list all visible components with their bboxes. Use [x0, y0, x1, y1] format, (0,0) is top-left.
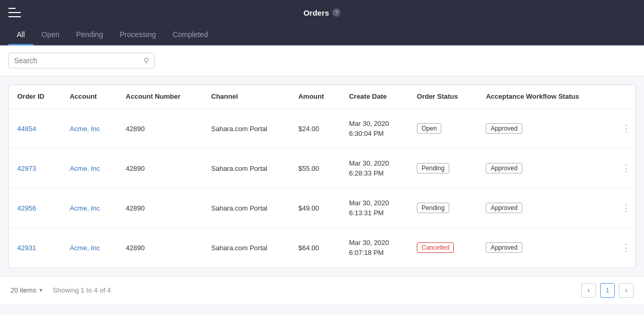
showing-label: Showing 1 to 4 of 4	[53, 286, 111, 294]
header: Orders ?	[0, 0, 644, 25]
current-page[interactable]: 1	[600, 283, 615, 298]
order-status-badge: Pending	[417, 203, 449, 213]
cell-order-id: 42956	[9, 188, 61, 228]
acceptance-status-badge: Approved	[486, 203, 522, 213]
table-footer: 20 items ▼ Showing 1 to 4 of 4 ‹ 1 ›	[0, 276, 644, 304]
col-acceptance-workflow-status: Acceptance Workflow Status	[477, 85, 608, 109]
order-id-link[interactable]: 42931	[17, 244, 36, 252]
search-input[interactable]	[14, 56, 144, 65]
account-link[interactable]: Acme, Inc	[69, 165, 100, 172]
row-more-menu[interactable]: ⋮	[609, 148, 635, 188]
col-amount: Amount	[290, 85, 341, 109]
orders-table: Order ID Account Account Number Channel …	[9, 85, 635, 267]
order-id-link[interactable]: 42973	[17, 165, 36, 172]
cell-create-date: Mar 30, 20206:30:04 PM	[341, 109, 408, 148]
row-more-menu[interactable]: ⋮	[609, 109, 635, 148]
tabs-bar: All Open Pending Processing Completed	[0, 25, 644, 45]
tab-open[interactable]: Open	[33, 25, 68, 45]
next-page-button[interactable]: ›	[619, 283, 634, 298]
help-icon[interactable]: ?	[332, 8, 341, 17]
items-per-page-selector[interactable]: 20 items ▼	[10, 286, 43, 294]
cell-amount: $49.00	[290, 188, 341, 228]
order-id-link[interactable]: 44854	[17, 125, 36, 133]
pagination: ‹ 1 ›	[581, 283, 634, 298]
items-per-page-chevron: ▼	[38, 287, 43, 293]
search-bar: ⚲	[0, 45, 644, 76]
cell-account: Acme, Inc	[61, 188, 117, 228]
row-more-menu[interactable]: ⋮	[609, 228, 635, 267]
page-title-text: Orders	[303, 8, 329, 17]
col-channel: Channel	[203, 85, 290, 109]
cell-acceptance-status: Approved	[477, 148, 608, 188]
orders-table-container: Order ID Account Account Number Channel …	[8, 85, 636, 268]
page-title: Orders ?	[303, 8, 341, 17]
cell-account-number: 42890	[118, 148, 203, 188]
footer-left: 20 items ▼ Showing 1 to 4 of 4	[10, 286, 111, 294]
prev-page-button[interactable]: ‹	[581, 283, 596, 298]
cell-order-status: Pending	[408, 148, 477, 188]
row-more-menu[interactable]: ⋮	[609, 188, 635, 228]
cell-account: Acme, Inc	[61, 109, 117, 148]
col-order-status: Order Status	[408, 85, 477, 109]
col-create-date: Create Date	[341, 85, 408, 109]
table-header-row: Order ID Account Account Number Channel …	[9, 85, 635, 109]
cell-amount: $64.00	[290, 228, 341, 267]
items-per-page-label: 20 items	[10, 286, 36, 294]
table-row: 42956 Acme, Inc 42890 Sahara.com Portal …	[9, 188, 635, 228]
order-status-badge: Pending	[417, 163, 449, 173]
cell-order-status: Pending	[408, 188, 477, 228]
table-row: 44854 Acme, Inc 42890 Sahara.com Portal …	[9, 109, 635, 148]
cell-acceptance-status: Approved	[477, 188, 608, 228]
cell-amount: $24.00	[290, 109, 341, 148]
cell-order-id: 44854	[9, 109, 61, 148]
cell-order-status: Open	[408, 109, 477, 148]
cell-account: Acme, Inc	[61, 228, 117, 267]
order-status-badge: Cancelled	[417, 242, 454, 253]
cell-account: Acme, Inc	[61, 148, 117, 188]
cell-account-number: 42890	[118, 109, 203, 148]
cell-acceptance-status: Approved	[477, 109, 608, 148]
search-input-wrap[interactable]: ⚲	[8, 53, 155, 68]
cell-amount: $55.00	[290, 148, 341, 188]
cell-channel: Sahara.com Portal	[203, 109, 290, 148]
cell-order-id: 42931	[9, 228, 61, 267]
cell-channel: Sahara.com Portal	[203, 228, 290, 267]
acceptance-status-badge: Approved	[486, 123, 522, 134]
order-id-link[interactable]: 42956	[17, 204, 36, 212]
cell-create-date: Mar 30, 20206:07:18 PM	[341, 228, 408, 267]
col-account: Account	[61, 85, 117, 109]
col-order-id: Order ID	[9, 85, 61, 109]
cell-account-number: 42890	[118, 188, 203, 228]
account-link[interactable]: Acme, Inc	[69, 244, 100, 252]
cell-create-date: Mar 30, 20206:28:33 PM	[341, 148, 408, 188]
cell-order-id: 42973	[9, 148, 61, 188]
cell-channel: Sahara.com Portal	[203, 148, 290, 188]
order-status-badge: Open	[417, 123, 441, 134]
table-row: 42973 Acme, Inc 42890 Sahara.com Portal …	[9, 148, 635, 188]
cell-acceptance-status: Approved	[477, 228, 608, 267]
acceptance-status-badge: Approved	[486, 242, 522, 253]
table-row: 42931 Acme, Inc 42890 Sahara.com Portal …	[9, 228, 635, 267]
cell-channel: Sahara.com Portal	[203, 188, 290, 228]
col-actions	[609, 85, 635, 109]
account-link[interactable]: Acme, Inc	[69, 204, 100, 212]
tab-processing[interactable]: Processing	[111, 25, 164, 45]
account-link[interactable]: Acme, Inc	[69, 125, 100, 133]
cell-account-number: 42890	[118, 228, 203, 267]
acceptance-status-badge: Approved	[486, 163, 522, 173]
tab-pending[interactable]: Pending	[68, 25, 111, 45]
sidebar-toggle-button[interactable]	[8, 8, 21, 17]
col-account-number: Account Number	[118, 85, 203, 109]
tab-completed[interactable]: Completed	[164, 25, 216, 45]
cell-create-date: Mar 30, 20206:13:31 PM	[341, 188, 408, 228]
tab-all[interactable]: All	[8, 25, 33, 45]
cell-order-status: Cancelled	[408, 228, 477, 267]
search-icon: ⚲	[144, 56, 149, 65]
